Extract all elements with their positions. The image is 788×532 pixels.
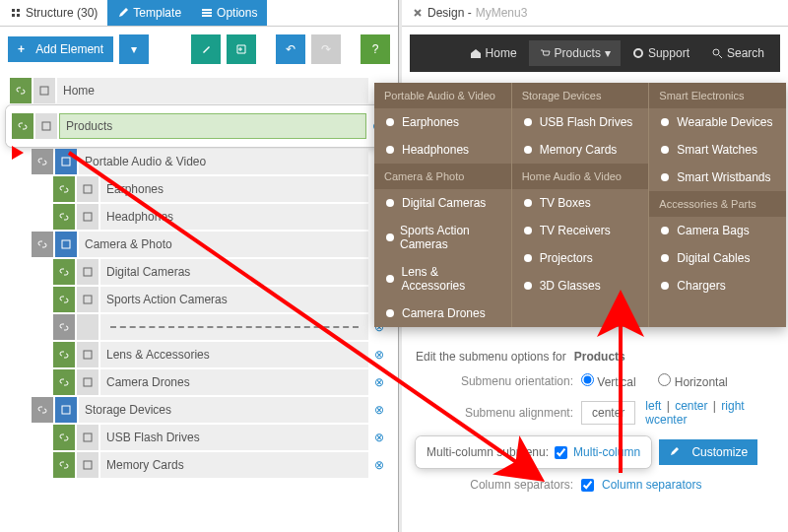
mega-item[interactable]: TV Receivers (512, 217, 649, 244)
link-separators[interactable]: Column separators (602, 478, 701, 492)
radio-vertical[interactable]: Vertical (581, 373, 636, 389)
mega-item[interactable]: Camera Bags (649, 217, 786, 244)
tree-item[interactable]: Sports Action Cameras ⊗ (53, 287, 388, 312)
tree-label: Sports Action Cameras (100, 287, 368, 312)
tree-item[interactable]: Digital Cameras ⊗ (53, 259, 388, 285)
svg-point-24 (524, 227, 532, 234)
mega-item[interactable]: Headphones (374, 136, 511, 164)
share-icon (77, 452, 98, 478)
customize-button[interactable]: Customize (659, 439, 757, 465)
list-icon (55, 149, 77, 174)
tab-structure[interactable]: Structure (30) (0, 0, 107, 26)
add-dropdown[interactable]: ▾ (119, 34, 149, 64)
svg-rect-4 (84, 213, 92, 221)
menu-products[interactable]: Products ▾ (529, 40, 621, 66)
svg-point-23 (524, 199, 532, 207)
link-icon (32, 149, 53, 174)
svg-point-22 (524, 146, 532, 154)
tree-item[interactable]: Products ⊗ (12, 113, 386, 139)
tree-item[interactable]: Storage Devices ⊗ (32, 397, 388, 423)
mega-item[interactable]: Smart Wristbands (649, 164, 786, 191)
tools-icon (412, 7, 424, 19)
mega-item[interactable]: Camera Drones (374, 299, 511, 327)
svg-rect-9 (84, 378, 92, 386)
tab-options[interactable]: Options (191, 0, 267, 26)
home-icon (470, 47, 482, 59)
tree-label: Camera & Photo (79, 232, 368, 257)
mega-item[interactable]: Memory Cards (512, 136, 649, 164)
alignment-value[interactable]: center (581, 401, 635, 425)
align-left[interactable]: left (645, 399, 661, 413)
mega-item[interactable]: 3D Glasses (512, 272, 649, 299)
checkbox-multicolumn[interactable] (555, 446, 567, 459)
mega-item[interactable]: Chargers (649, 272, 786, 299)
mega-item[interactable]: TV Boxes (512, 189, 649, 217)
tree-item[interactable]: Headphones ⊗ (53, 204, 388, 230)
cart-icon (539, 47, 551, 59)
mega-item[interactable]: Sports Action Cameras (374, 217, 511, 258)
svg-rect-1 (42, 122, 50, 130)
tree-label: Earphones (100, 176, 368, 202)
tree-icon (10, 7, 22, 19)
link-icon (10, 78, 32, 103)
mega-item[interactable]: Digital Cameras (374, 189, 511, 217)
mega-header: Portable Audio & Video (374, 83, 511, 108)
align-center[interactable]: center (675, 399, 707, 413)
tab-design[interactable]: Design - MyMenu3 (402, 0, 537, 26)
tree-item[interactable]: ⊗ (53, 314, 388, 340)
svg-rect-12 (84, 461, 92, 469)
import-button[interactable] (227, 34, 256, 64)
svg-point-30 (661, 227, 669, 234)
svg-point-15 (386, 118, 394, 126)
tree-item[interactable]: Memory Cards ⊗ (53, 452, 388, 478)
svg-point-27 (661, 118, 669, 126)
delete-icon[interactable]: ⊗ (370, 401, 388, 419)
wand-button[interactable] (191, 34, 221, 64)
mega-item[interactable]: Lens & Accessories (374, 258, 511, 299)
list-icon (55, 397, 77, 423)
tree-item[interactable]: Portable Audio & Video ⊗ (32, 149, 388, 174)
svg-rect-10 (62, 406, 70, 414)
mega-item[interactable]: Smart Watches (649, 136, 786, 164)
tree-item[interactable]: Lens & Accessories ⊗ (53, 342, 388, 367)
svg-point-20 (386, 309, 394, 317)
svg-point-31 (661, 254, 669, 262)
support-icon (632, 47, 644, 59)
add-element-button[interactable]: + Add Element (8, 36, 113, 62)
link-icon (12, 113, 33, 139)
mega-item[interactable]: Projectors (512, 244, 649, 272)
delete-icon[interactable]: ⊗ (370, 373, 388, 391)
mega-item[interactable]: USB Flash Drives (512, 108, 649, 136)
tree-item[interactable]: Camera & Photo ⊗ (32, 232, 388, 257)
mega-item[interactable]: Digital Cables (649, 244, 786, 272)
delete-icon[interactable]: ⊗ (370, 429, 388, 446)
link-icon (53, 425, 75, 450)
checkbox-separators[interactable] (581, 479, 594, 492)
mega-item[interactable]: Earphones (374, 108, 511, 136)
tree-item[interactable]: Earphones ⊗ (53, 176, 388, 202)
align-right[interactable]: right (721, 399, 744, 413)
mega-header: Camera & Photo (374, 164, 511, 189)
tab-template[interactable]: Template (107, 0, 191, 26)
undo-button[interactable]: ↶ (276, 34, 305, 64)
mega-item[interactable]: Wearable Devices (649, 108, 786, 136)
share-icon (77, 259, 98, 285)
delete-icon[interactable]: ⊗ (370, 346, 388, 364)
menu-search[interactable]: Search (701, 40, 774, 66)
tree-item[interactable]: USB Flash Drives ⊗ (53, 425, 388, 450)
svg-point-16 (386, 146, 394, 154)
menu-home[interactable]: Home (460, 40, 527, 66)
tree-item[interactable]: Home ⊗ (10, 78, 388, 103)
link-multicolumn[interactable]: Multi-column (573, 445, 640, 459)
svg-point-29 (661, 173, 669, 181)
share-icon (77, 342, 98, 367)
delete-icon[interactable]: ⊗ (370, 456, 388, 474)
align-wcenter[interactable]: wcenter (645, 413, 687, 427)
mega-header: Smart Electronics (649, 83, 786, 108)
redo-button: ↷ (311, 34, 341, 64)
link-icon (53, 342, 75, 367)
tree-item[interactable]: Camera Drones ⊗ (53, 369, 388, 395)
radio-horizontal[interactable]: Horizontal (658, 373, 727, 389)
menu-support[interactable]: Support (623, 40, 699, 66)
help-button[interactable]: ? (361, 34, 390, 64)
